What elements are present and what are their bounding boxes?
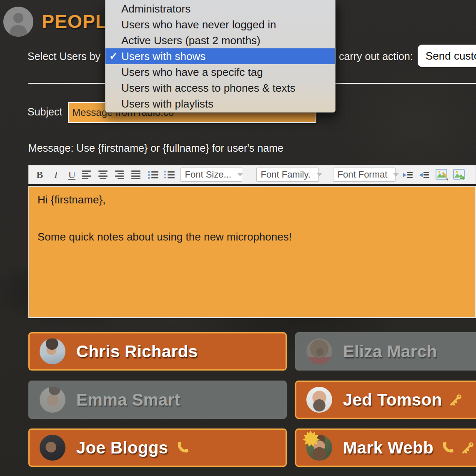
dropdown-item-label: Administrators <box>121 3 190 15</box>
user-name: Chris Richards <box>76 342 198 361</box>
font-size-select[interactable]: Font Size... <box>180 168 242 182</box>
italic-button[interactable]: I <box>50 168 62 181</box>
phone-icon <box>175 441 189 455</box>
page-avatar <box>3 7 33 37</box>
outdent-icon[interactable] <box>419 170 429 180</box>
dropdown-item-label: Users with playlists <box>121 98 213 110</box>
dropdown-item-never-logged-in[interactable]: Users who have never logged in <box>105 17 335 33</box>
insert-image-icon[interactable] <box>453 168 466 181</box>
user-name: Mark Webb <box>343 438 433 457</box>
subject-label: Subject <box>28 106 62 118</box>
editor-toolbar: B I U Font Size... Font Family. Font For… <box>28 165 476 184</box>
user-card-jed-tomson[interactable]: Jed Tomson <box>295 381 476 419</box>
user-name: Joe Bloggs <box>76 438 168 457</box>
avatar <box>306 387 332 413</box>
dropdown-item-label: Users who have never logged in <box>121 18 276 31</box>
chevron-down-icon <box>316 173 322 176</box>
font-format-label: Font Format <box>338 169 388 180</box>
unordered-list-icon[interactable] <box>164 170 175 180</box>
font-family-label: Font Family. <box>261 169 311 180</box>
checkmark-icon: ✓ <box>109 50 118 62</box>
people-page: { "page": { "title": "PEOPLE" }, "contro… <box>0 0 476 476</box>
avatar <box>40 338 65 364</box>
user-name: Jed Tomson <box>343 391 442 409</box>
user-card-joe-bloggs[interactable]: Joe Bloggs <box>28 428 287 467</box>
font-family-select[interactable]: Font Family. <box>256 168 319 182</box>
avatar <box>40 387 65 413</box>
user-card-emma-smart[interactable]: Emma Smart <box>28 381 287 419</box>
avatar <box>306 435 332 461</box>
avatar <box>40 435 65 461</box>
font-format-select[interactable]: Font Format <box>333 168 396 182</box>
font-size-label: Font Size... <box>185 169 231 180</box>
dropdown-item-users-with-shows[interactable]: ✓ Users with shows <box>105 48 335 64</box>
message-body[interactable]: Hi {firstname}, Some quick notes about u… <box>28 186 476 318</box>
bold-button[interactable]: B <box>34 168 46 181</box>
dropdown-item-active-users[interactable]: Active Users (past 2 months) <box>105 33 335 48</box>
user-card-chris-richards[interactable]: Chris Richards <box>28 332 287 371</box>
indent-icon[interactable] <box>403 170 413 180</box>
align-justify-icon[interactable] <box>131 170 140 180</box>
message-hint-label: Message: Use {firstname} or {fullname} f… <box>28 142 283 154</box>
dropdown-item-label: Users who have a specifc tag <box>121 66 263 79</box>
dropdown-item-label: Active Users (past 2 months) <box>121 34 261 47</box>
person-icon <box>3 7 33 37</box>
phone-icon <box>440 441 454 455</box>
message-editor: B I U Font Size... Font Family. Font For… <box>28 165 476 318</box>
chevron-down-icon <box>393 173 399 176</box>
user-card-mark-webb[interactable]: Mark Webb <box>295 428 476 467</box>
chevron-down-icon <box>237 173 243 176</box>
edit-image-icon[interactable] <box>436 168 448 181</box>
dropdown-item-label: Users with access to phones & texts <box>121 82 296 95</box>
select-users-label: Select Users by <box>28 50 100 63</box>
dropdown-item-administrators[interactable]: Administrators <box>105 1 335 17</box>
send-action-button[interactable]: Send custo <box>418 45 476 67</box>
key-icon <box>449 393 463 407</box>
user-name: Emma Smart <box>76 391 180 409</box>
dropdown-item-playlists[interactable]: Users with playlists <box>105 96 335 112</box>
dropdown-item-phones-texts[interactable]: Users with access to phones & texts <box>105 80 335 96</box>
star-badge-icon <box>301 430 320 450</box>
key-icon <box>461 441 475 455</box>
message-line: Some quick notes about using the new mic… <box>38 230 467 243</box>
align-right-icon[interactable] <box>115 170 124 180</box>
ordered-list-icon[interactable] <box>148 170 158 180</box>
select-users-dropdown: Administrators Users who have never logg… <box>105 0 336 113</box>
user-card-eliza-march[interactable]: Eliza March <box>295 332 476 371</box>
message-line: Hi {firstname}, <box>38 193 467 206</box>
align-left-icon[interactable] <box>82 170 91 180</box>
align-center-icon[interactable] <box>98 170 107 180</box>
dropdown-item-label: Users with shows <box>121 50 205 63</box>
underline-button[interactable]: U <box>66 168 78 181</box>
carry-out-action-label: carry out action: <box>339 50 413 63</box>
dropdown-item-specific-tag[interactable]: Users who have a specifc tag <box>105 64 335 80</box>
user-name: Eliza March <box>343 342 437 361</box>
avatar <box>306 338 332 364</box>
